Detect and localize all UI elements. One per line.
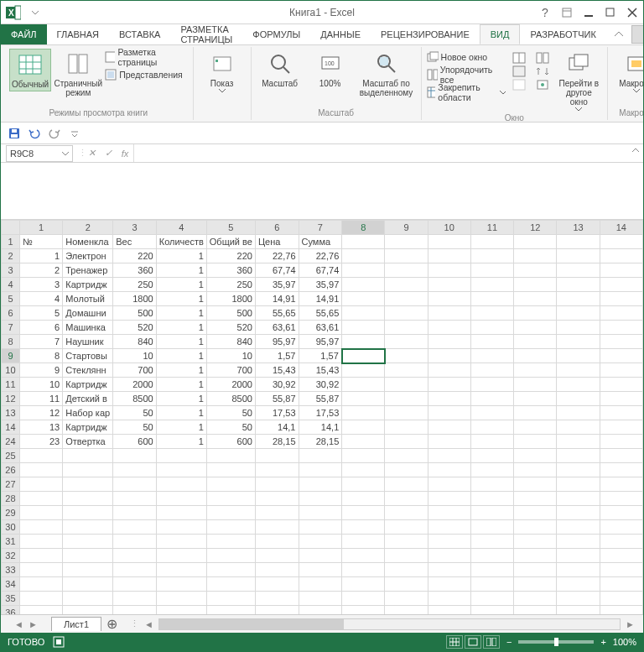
cell[interactable] bbox=[19, 449, 62, 463]
cell[interactable] bbox=[342, 592, 385, 606]
row-header[interactable]: 4 bbox=[2, 278, 20, 292]
cell[interactable] bbox=[113, 535, 157, 549]
cell[interactable]: Набор кар bbox=[63, 406, 113, 420]
cell[interactable]: 55,65 bbox=[299, 306, 342, 321]
qat-customize-icon[interactable] bbox=[66, 125, 83, 142]
cell[interactable] bbox=[470, 506, 513, 520]
cell[interactable] bbox=[63, 463, 113, 477]
row-header[interactable]: 30 bbox=[2, 520, 20, 535]
cell[interactable]: 13 bbox=[19, 420, 62, 435]
cell[interactable] bbox=[557, 549, 600, 563]
cell[interactable] bbox=[19, 477, 62, 492]
cell[interactable] bbox=[385, 278, 428, 292]
cell[interactable] bbox=[428, 363, 470, 378]
arrange-all-button[interactable]: Упорядочить все bbox=[427, 66, 506, 83]
name-box[interactable]: R9C8 bbox=[6, 145, 73, 162]
row-header[interactable]: 31 bbox=[2, 535, 20, 549]
cell[interactable] bbox=[342, 435, 385, 449]
cell[interactable]: 220 bbox=[206, 249, 255, 263]
cell[interactable] bbox=[514, 349, 557, 363]
cell[interactable] bbox=[19, 606, 62, 615]
row-header[interactable]: 28 bbox=[2, 492, 20, 506]
cell[interactable] bbox=[63, 563, 113, 577]
cell[interactable] bbox=[557, 535, 600, 549]
cell[interactable]: Номенкла bbox=[63, 235, 113, 249]
tab-разработчик[interactable]: РАЗРАБОТЧИК bbox=[520, 24, 605, 44]
cell[interactable]: Машинка bbox=[63, 321, 113, 335]
cell[interactable]: 15,43 bbox=[255, 363, 299, 378]
cell[interactable] bbox=[299, 563, 342, 577]
row-header[interactable]: 14 bbox=[2, 420, 20, 435]
sheet-nav-next-icon[interactable]: ► bbox=[29, 619, 38, 629]
cell[interactable] bbox=[557, 449, 600, 463]
cell[interactable] bbox=[299, 549, 342, 563]
cell[interactable] bbox=[600, 520, 642, 535]
worksheet-grid[interactable]: 12345678910111213141№НоменклаВесКоличест… bbox=[1, 220, 643, 614]
cell[interactable] bbox=[206, 506, 255, 520]
cell[interactable]: Цена bbox=[255, 235, 299, 249]
cell[interactable] bbox=[470, 363, 513, 378]
row-header[interactable]: 27 bbox=[2, 477, 20, 492]
cell[interactable] bbox=[255, 592, 299, 606]
cell[interactable] bbox=[470, 378, 513, 392]
cell[interactable] bbox=[514, 335, 557, 349]
cell[interactable]: Домашни bbox=[63, 306, 113, 321]
cell[interactable] bbox=[385, 492, 428, 506]
cell[interactable]: 63,61 bbox=[299, 321, 342, 335]
cell[interactable] bbox=[557, 306, 600, 321]
cell[interactable] bbox=[600, 535, 642, 549]
cell[interactable] bbox=[156, 449, 206, 463]
cell[interactable] bbox=[470, 520, 513, 535]
column-header[interactable]: 4 bbox=[156, 221, 206, 235]
cell[interactable] bbox=[470, 606, 513, 615]
cell[interactable]: 17,53 bbox=[255, 406, 299, 420]
cell[interactable] bbox=[19, 492, 62, 506]
hide-icon[interactable] bbox=[512, 65, 526, 77]
cell[interactable] bbox=[514, 577, 557, 592]
cell[interactable] bbox=[600, 420, 642, 435]
tab-данные[interactable]: ДАННЫЕ bbox=[310, 24, 371, 44]
cell[interactable] bbox=[428, 606, 470, 615]
cell[interactable]: 22,76 bbox=[299, 249, 342, 263]
cell[interactable] bbox=[600, 249, 642, 263]
view-page-layout-button[interactable]: Разметка страницы bbox=[105, 49, 187, 65]
row-header[interactable]: 33 bbox=[2, 563, 20, 577]
cell[interactable] bbox=[299, 463, 342, 477]
column-header[interactable]: 2 bbox=[63, 221, 113, 235]
cell[interactable]: 1 bbox=[19, 249, 62, 263]
cell[interactable] bbox=[342, 249, 385, 263]
cell[interactable]: 1 bbox=[156, 363, 206, 378]
cell[interactable]: 50 bbox=[113, 420, 157, 435]
cell[interactable] bbox=[470, 592, 513, 606]
column-header[interactable]: 9 bbox=[385, 221, 428, 235]
cell[interactable] bbox=[342, 492, 385, 506]
cell[interactable] bbox=[206, 592, 255, 606]
cell[interactable] bbox=[470, 577, 513, 592]
cell[interactable]: Электрон bbox=[63, 249, 113, 263]
cell[interactable] bbox=[385, 392, 428, 406]
cell[interactable]: 95,97 bbox=[299, 335, 342, 349]
cell[interactable] bbox=[470, 477, 513, 492]
cell[interactable] bbox=[342, 606, 385, 615]
cell[interactable] bbox=[428, 392, 470, 406]
macro-record-icon[interactable] bbox=[53, 636, 65, 648]
cell[interactable]: 95,97 bbox=[255, 335, 299, 349]
cell[interactable] bbox=[514, 278, 557, 292]
cell[interactable] bbox=[342, 420, 385, 435]
cell[interactable]: 23 bbox=[19, 435, 62, 449]
cell[interactable]: 500 bbox=[113, 306, 157, 321]
cell[interactable] bbox=[156, 549, 206, 563]
cell[interactable]: 67,74 bbox=[255, 263, 299, 278]
cell[interactable] bbox=[557, 492, 600, 506]
cell[interactable] bbox=[19, 463, 62, 477]
row-header[interactable]: 6 bbox=[2, 306, 20, 321]
cell[interactable] bbox=[428, 492, 470, 506]
cell[interactable]: 1 bbox=[156, 420, 206, 435]
column-header[interactable]: 1 bbox=[19, 221, 62, 235]
cell[interactable] bbox=[385, 321, 428, 335]
cell[interactable] bbox=[385, 563, 428, 577]
cell[interactable] bbox=[113, 506, 157, 520]
cell[interactable]: 250 bbox=[206, 278, 255, 292]
cell[interactable] bbox=[342, 278, 385, 292]
cell[interactable] bbox=[342, 392, 385, 406]
